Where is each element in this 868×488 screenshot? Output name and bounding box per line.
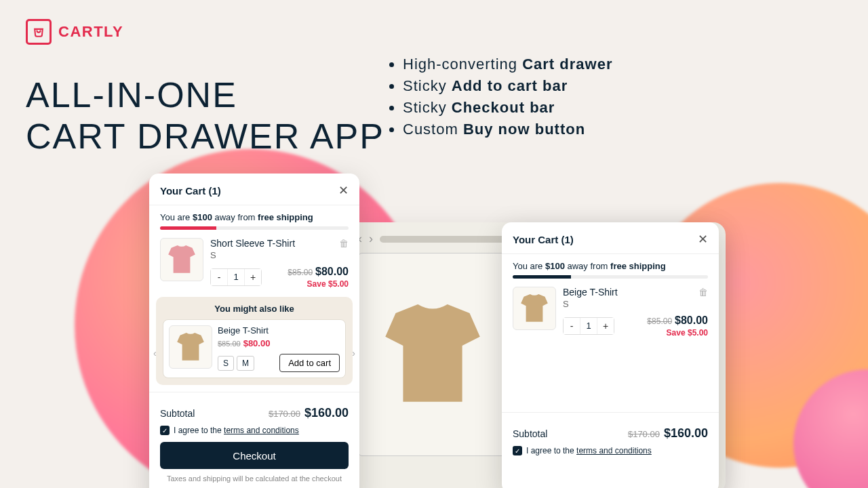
checkbox-checked-icon[interactable]: ✓	[160, 426, 170, 435]
cart-drawer-a: Your Cart (1) ✕ You are $100 away from f…	[149, 174, 359, 488]
price-new: $80.00	[675, 314, 708, 326]
subtotal-old: $170.00	[269, 409, 300, 419]
bullet: Sticky Checkout bar	[403, 99, 612, 117]
size-option[interactable]: M	[237, 356, 254, 371]
trash-icon[interactable]: 🗑	[698, 287, 708, 298]
qty-minus[interactable]: -	[211, 269, 227, 285]
free-shipping-text: You are $100 away from free shipping	[160, 212, 349, 222]
headline-line: CART DRAWER APP	[26, 117, 384, 156]
qty-plus[interactable]: +	[245, 269, 261, 285]
item-thumbnail	[513, 287, 556, 330]
subtotal-label: Subtotal	[513, 428, 547, 439]
trash-icon[interactable]: 🗑	[339, 238, 349, 249]
qty-value: 1	[227, 269, 245, 285]
free-shipping-progress	[160, 226, 349, 230]
upsell-thumbnail	[169, 325, 212, 369]
terms-agree[interactable]: ✓ I agree to the terms and conditions	[513, 446, 708, 455]
carousel-next-icon[interactable]: ›	[352, 348, 355, 359]
terms-link[interactable]: terms and conditions	[224, 426, 299, 435]
item-name: Short Sleeve T-Shirt	[210, 238, 295, 249]
add-to-cart-button[interactable]: Add to cart	[279, 354, 340, 372]
cart-title: Your Cart (1)	[513, 234, 574, 245]
price-old: $85.00	[647, 317, 672, 326]
price-save: Save $5.00	[647, 328, 708, 338]
subtotal-new: $160.00	[664, 426, 708, 440]
brand-logo: CARTLY	[26, 19, 123, 45]
cart-title: Your Cart (1)	[160, 185, 221, 197]
logo-icon	[26, 19, 52, 45]
upsell-card: Beige T-Shirt $85.00$80.00 S M Add to ca…	[163, 319, 346, 378]
price-old: $85.00	[288, 268, 313, 277]
qty-plus[interactable]: +	[597, 318, 614, 334]
price-new: $80.00	[315, 266, 349, 277]
upsell-section: You might also like ‹ › Beige T-Shirt $8…	[156, 297, 353, 385]
cart-drawer-b: Your Cart (1) ✕ You are $100 away from f…	[502, 222, 719, 488]
price-save: Save $5.00	[288, 279, 349, 289]
item-variant: S	[563, 299, 708, 309]
carousel-prev-icon[interactable]: ‹	[153, 348, 157, 359]
tax-note: Taxes and shipping will be calculated at…	[160, 474, 349, 483]
headline-line: ALL-IN-ONE	[26, 75, 237, 115]
subtotal-label: Subtotal	[160, 408, 195, 419]
feature-bullets: High-converting Cart drawer Sticky Add t…	[388, 56, 612, 142]
bullet: High-converting Cart drawer	[403, 56, 612, 73]
subtotal-old: $170.00	[628, 429, 660, 439]
qty-value: 1	[580, 318, 597, 334]
item-variant: S	[210, 250, 349, 260]
close-icon[interactable]: ✕	[338, 183, 349, 198]
upsell-name: Beige T-Shirt	[218, 325, 340, 336]
subtotal-new: $160.00	[304, 406, 349, 420]
terms-link[interactable]: terms and conditions	[576, 446, 652, 455]
item-name: Beige T-Shirt	[563, 287, 618, 298]
bullet: Custom Buy now button	[403, 121, 612, 138]
forward-icon: ›	[369, 232, 373, 246]
size-option[interactable]: S	[218, 356, 234, 371]
brand-name: CARTLY	[58, 23, 123, 41]
product-image	[358, 253, 507, 456]
quantity-stepper[interactable]: - 1 +	[563, 317, 614, 335]
close-icon[interactable]: ✕	[698, 232, 708, 247]
quantity-stepper[interactable]: - 1 +	[210, 268, 262, 286]
terms-agree[interactable]: ✓ I agree to the terms and conditions	[160, 426, 349, 435]
item-thumbnail	[160, 238, 203, 281]
cart-item: Short Sleeve T-Shirt 🗑 S - 1 + $85.00$80…	[160, 238, 349, 289]
checkbox-checked-icon[interactable]: ✓	[513, 446, 522, 455]
page-headline: ALL-IN-ONE CART DRAWER APP	[26, 75, 384, 158]
bullet: Sticky Add to cart bar	[403, 77, 612, 95]
checkout-button[interactable]: Checkout	[160, 442, 349, 469]
free-shipping-text: You are $100 away from free shipping	[513, 261, 708, 271]
cart-item: Beige T-Shirt 🗑 S - 1 + $85.00$80.00 Sav…	[513, 287, 708, 338]
upsell-heading: You might also like	[163, 304, 346, 314]
qty-minus[interactable]: -	[564, 318, 580, 334]
free-shipping-progress	[513, 275, 708, 279]
